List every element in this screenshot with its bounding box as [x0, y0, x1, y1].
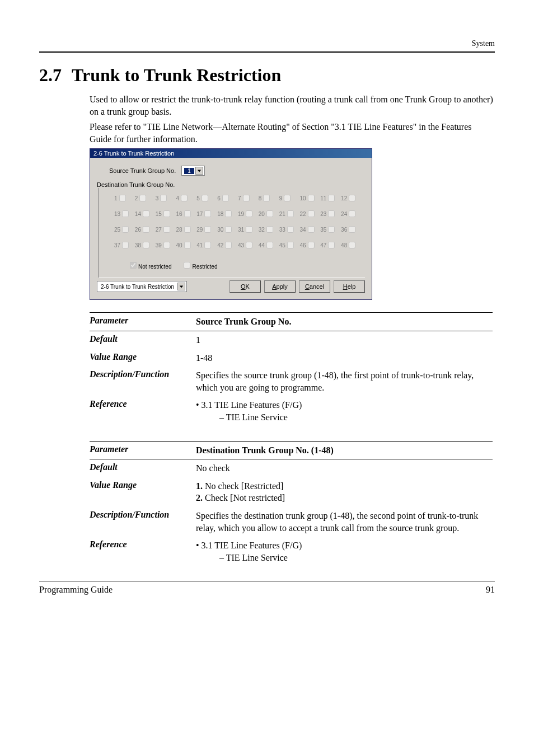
dest-checkbox[interactable]: [143, 242, 149, 248]
dest-checkbox[interactable]: [266, 210, 273, 217]
dest-checkbox[interactable]: [328, 226, 335, 233]
nav-select[interactable]: 2-6 Trunk to Trunk Restriction: [97, 281, 187, 292]
dest-checkbox[interactable]: [266, 242, 273, 248]
cb-label: 13: [114, 211, 120, 217]
source-trunk-select[interactable]: 1: [181, 166, 205, 176]
param-label: Reference: [90, 399, 196, 423]
svg-marker-0: [198, 170, 201, 172]
dest-checkbox[interactable]: [328, 210, 335, 217]
dropdown-icon[interactable]: [177, 283, 185, 290]
dest-checkbox[interactable]: [184, 210, 191, 217]
ok-button[interactable]: OK: [229, 280, 261, 293]
dest-checkbox[interactable]: [287, 210, 294, 217]
dest-checkbox[interactable]: [246, 210, 252, 217]
legend-text: Restricted: [192, 264, 217, 270]
dest-checkbox[interactable]: [204, 210, 211, 217]
dest-checkbox[interactable]: [287, 242, 294, 248]
list-text: No check [Restricted]: [205, 481, 283, 491]
cb-label: 42: [217, 242, 223, 248]
cb-label: 9: [279, 195, 283, 201]
dest-checkbox[interactable]: [243, 195, 250, 201]
dest-checkbox[interactable]: [308, 226, 315, 233]
dest-checkbox[interactable]: [308, 242, 315, 248]
dest-checkbox[interactable]: [349, 226, 355, 233]
reference-subitem: – TIE Line Service: [196, 411, 493, 424]
param-value: • 3.1 TIE Line Features (F/G) – TIE Line…: [196, 539, 493, 564]
dest-checkbox[interactable]: [122, 210, 129, 217]
checkbox-row: 1 2 3 4 5 6 7 8 9 10 11 12: [114, 195, 360, 201]
dest-checkbox[interactable]: [328, 242, 335, 248]
dest-checkbox[interactable]: [225, 242, 232, 248]
param-label: Description/Function: [90, 369, 196, 393]
dest-checkbox[interactable]: [204, 226, 211, 233]
dest-checkbox[interactable]: [266, 226, 273, 233]
section-heading: 2.7Trunk to Trunk Restriction: [39, 65, 495, 86]
cb-label: 25: [114, 227, 120, 233]
dest-checkbox[interactable]: [184, 242, 191, 248]
param-value: 1: [196, 334, 493, 346]
cb-label: 20: [259, 211, 265, 217]
footer-left: Programming Guide: [39, 585, 113, 595]
param-value: • 3.1 TIE Line Features (F/G) – TIE Line…: [196, 399, 493, 423]
reference-subitem: – TIE Line Service: [196, 552, 493, 564]
dest-checkbox[interactable]: [328, 195, 335, 201]
cb-label: 2: [135, 195, 138, 201]
cb-label: 29: [196, 227, 203, 233]
dest-checkbox[interactable]: [143, 226, 149, 233]
dest-checkbox[interactable]: [139, 195, 146, 201]
dropdown-icon[interactable]: [195, 167, 203, 175]
help-button[interactable]: Help: [334, 280, 365, 293]
dest-checkbox[interactable]: [222, 195, 229, 201]
cb-label: 19: [238, 211, 244, 217]
cb-label: 31: [238, 227, 244, 233]
param-value: No check: [196, 462, 493, 475]
apply-button[interactable]: Apply: [264, 280, 296, 293]
dest-checkbox[interactable]: [163, 242, 170, 248]
dest-checkbox[interactable]: [308, 210, 315, 217]
cb-label: 47: [320, 242, 326, 248]
cb-label: 10: [299, 195, 306, 201]
list-text: Check [Not restricted]: [205, 493, 285, 503]
dest-checkbox[interactable]: [263, 195, 270, 201]
cb-label: 40: [176, 242, 182, 248]
dest-checkbox[interactable]: [184, 226, 191, 233]
dest-checkbox[interactable]: [349, 195, 355, 201]
dest-checkbox[interactable]: [160, 195, 167, 201]
dest-checkbox[interactable]: [225, 210, 232, 217]
dest-checkbox[interactable]: [204, 242, 211, 248]
parameter-table-1: Parameter Source Trunk Group No. Default…: [90, 312, 493, 426]
dest-checkbox[interactable]: [225, 226, 232, 233]
cb-label: 32: [259, 227, 265, 233]
param-label: Value Range: [90, 352, 196, 364]
dest-checkbox[interactable]: [202, 195, 208, 201]
cb-label: 15: [156, 211, 162, 217]
dest-checkbox[interactable]: [349, 242, 355, 248]
parameter-table-2: Parameter Destination Trunk Group No. (1…: [90, 441, 493, 567]
cb-label: 34: [299, 227, 306, 233]
dest-checkbox[interactable]: [246, 242, 252, 248]
dest-checkbox[interactable]: [143, 210, 149, 217]
dest-checkbox[interactable]: [246, 226, 252, 233]
dest-checkbox[interactable]: [119, 195, 126, 201]
cancel-button[interactable]: Cancel: [299, 280, 330, 293]
dest-checkbox[interactable]: [163, 226, 170, 233]
section-number: 2.7: [39, 65, 62, 86]
reference-bullet: • 3.1 TIE Line Features (F/G): [196, 539, 493, 552]
param-label: Value Range: [90, 480, 196, 504]
cb-label: 11: [320, 195, 326, 201]
cb-label: 24: [341, 211, 347, 217]
dest-checkbox[interactable]: [349, 210, 355, 217]
param-label: Parameter: [90, 444, 196, 457]
param-header-value: Source Trunk Group No.: [196, 316, 493, 328]
cb-label: 41: [196, 242, 203, 248]
window-titlebar: 2-6 Trunk to Trunk Restriction: [90, 149, 372, 158]
source-trunk-value: 1: [184, 168, 194, 174]
dest-checkbox[interactable]: [287, 226, 294, 233]
dest-checkbox[interactable]: [122, 242, 129, 248]
dest-checkbox[interactable]: [284, 195, 291, 201]
dest-checkbox[interactable]: [181, 195, 188, 201]
dest-checkbox[interactable]: [122, 226, 129, 233]
dest-checkbox[interactable]: [163, 210, 170, 217]
reference-bullet: • 3.1 TIE Line Features (F/G): [196, 399, 493, 411]
dest-checkbox[interactable]: [308, 195, 315, 201]
